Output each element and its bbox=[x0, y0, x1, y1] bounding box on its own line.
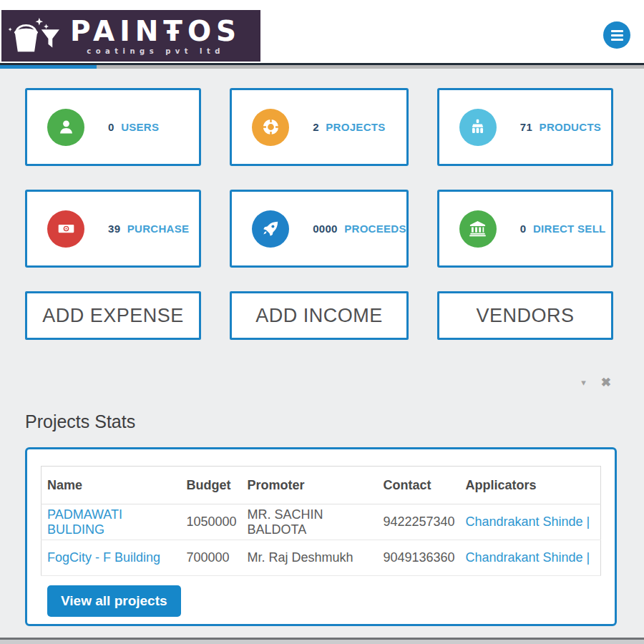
paint-brush-icon bbox=[468, 117, 487, 137]
stat-text: 39 PURCHASE bbox=[108, 223, 189, 235]
projects-stats-title: Projects Stats bbox=[25, 411, 644, 432]
purchase-label: PURCHASE bbox=[127, 223, 190, 235]
stat-card-users[interactable]: 0 USERS bbox=[25, 88, 201, 166]
applicators-column-header: Applicators bbox=[460, 467, 601, 504]
stats-grid: 0 USERS 2 PROJECTS bbox=[0, 69, 644, 340]
money-icon-circle bbox=[47, 210, 84, 248]
projects-label: PROJECTS bbox=[326, 121, 385, 133]
products-count: 71 bbox=[520, 121, 532, 133]
stat-card-proceeds[interactable]: 0000 PROCEEDS bbox=[230, 190, 409, 268]
direct-sell-count: 0 bbox=[520, 223, 527, 235]
window-bottom-edge-line bbox=[0, 638, 644, 640]
contact-cell: 9049136360 bbox=[378, 540, 460, 576]
promoter-cell: MR. SACHIN BALDOTA bbox=[242, 504, 378, 540]
hamburger-icon bbox=[611, 30, 623, 32]
hamburger-icon bbox=[611, 39, 623, 41]
stat-card-projects[interactable]: 2 PROJECTS bbox=[230, 88, 409, 166]
close-icon[interactable]: ✖ bbox=[601, 375, 611, 390]
promoter-cell: Mr. Raj Deshmukh bbox=[242, 540, 378, 576]
contact-cell: 9422257340 bbox=[378, 504, 460, 540]
users-count: 0 bbox=[108, 121, 114, 133]
budget-cell: 1050000 bbox=[181, 504, 242, 540]
window-bottom-edge bbox=[0, 638, 644, 644]
table-row: PADMAWATI BULDING 1050000 MR. SACHIN BAL… bbox=[42, 504, 601, 540]
stat-card-direct-sell[interactable]: 0 DIRECT SELL bbox=[437, 190, 613, 268]
promoter-column-header: Promoter bbox=[242, 467, 378, 504]
contact-column-header: Contact bbox=[378, 467, 460, 504]
rocket-icon bbox=[261, 219, 280, 238]
rocket-icon-circle bbox=[252, 210, 289, 248]
table-row: FogCity - F Building 700000 Mr. Raj Desh… bbox=[42, 540, 601, 576]
stat-text: 0 DIRECT SELL bbox=[520, 223, 606, 235]
life-ring-icon-circle bbox=[252, 109, 289, 146]
purchase-count: 39 bbox=[108, 223, 120, 235]
stat-card-purchase[interactable]: 39 PURCHASE bbox=[25, 190, 201, 268]
brand-text: PAINŦOS coatings pvt ltd bbox=[70, 17, 241, 55]
add-income-button[interactable]: ADD INCOME bbox=[230, 291, 409, 340]
applicators-cell: Chandrakant Shinde | bbox=[460, 504, 601, 540]
projects-stats-panel: Name Budget Promoter Contact Applicators… bbox=[25, 447, 617, 626]
projects-table: Name Budget Promoter Contact Applicators… bbox=[41, 466, 601, 576]
view-all-projects-button[interactable]: View all projects bbox=[47, 585, 181, 617]
applicator-link[interactable]: Chandrakant Shinde | bbox=[466, 514, 590, 529]
paint-brush-icon-circle bbox=[459, 109, 497, 146]
user-icon-circle bbox=[47, 109, 84, 146]
bank-icon bbox=[468, 219, 487, 238]
user-icon bbox=[57, 117, 76, 137]
proceeds-count: 0000 bbox=[313, 223, 338, 235]
collapse-icon[interactable]: ▾ bbox=[581, 377, 586, 388]
project-name-link[interactable]: FogCity - F Building bbox=[47, 550, 160, 565]
products-label: PRODUCTS bbox=[540, 121, 602, 133]
stat-text: 71 PRODUCTS bbox=[520, 121, 601, 133]
hamburger-menu-button[interactable] bbox=[603, 21, 630, 49]
bank-icon-circle bbox=[459, 210, 497, 248]
paint-bucket-icon bbox=[4, 14, 67, 58]
projects-count: 2 bbox=[313, 121, 319, 133]
proceeds-label: PROCEEDS bbox=[344, 223, 406, 235]
vendors-button[interactable]: VENDORS bbox=[437, 291, 613, 340]
main-content: 0 USERS 2 PROJECTS bbox=[0, 69, 644, 626]
brand-logo[interactable]: PAINŦOS coatings pvt ltd bbox=[1, 10, 260, 62]
widget-controls: ▾ ✖ bbox=[0, 374, 644, 391]
stat-text: 2 PROJECTS bbox=[313, 121, 385, 133]
hamburger-icon bbox=[611, 34, 623, 36]
users-label: USERS bbox=[121, 121, 159, 133]
applicator-link[interactable]: Chandrakant Shinde | bbox=[466, 550, 590, 565]
stat-text: 0000 PROCEEDS bbox=[313, 223, 406, 235]
add-expense-button[interactable]: ADD EXPENSE bbox=[25, 291, 201, 340]
brand-title: PAINŦOS bbox=[70, 17, 241, 46]
stat-text: 0 USERS bbox=[108, 121, 159, 133]
dashboard-page: PAINŦOS coatings pvt ltd bbox=[0, 0, 644, 644]
project-name-cell: PADMAWATI BULDING bbox=[42, 504, 181, 540]
budget-column-header: Budget bbox=[181, 467, 242, 504]
brand-subtitle: coatings pvt ltd bbox=[87, 47, 225, 55]
applicators-cell: Chandrakant Shinde | bbox=[460, 540, 601, 576]
project-name-cell: FogCity - F Building bbox=[42, 540, 181, 576]
budget-cell: 700000 bbox=[181, 540, 242, 576]
stat-card-products[interactable]: 71 PRODUCTS bbox=[437, 88, 613, 166]
money-icon bbox=[57, 219, 76, 238]
direct-sell-label: DIRECT SELL bbox=[533, 223, 606, 235]
life-ring-icon bbox=[261, 117, 280, 137]
table-header-row: Name Budget Promoter Contact Applicators bbox=[42, 467, 601, 504]
top-bar: PAINŦOS coatings pvt ltd bbox=[0, 0, 644, 63]
name-column-header: Name bbox=[42, 467, 181, 504]
project-name-link[interactable]: PADMAWATI BULDING bbox=[47, 507, 122, 537]
